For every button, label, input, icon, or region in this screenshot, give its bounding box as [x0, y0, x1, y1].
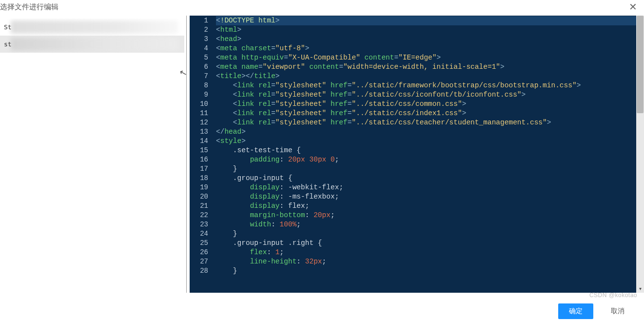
vertical-scrollbar[interactable]: ▾ [636, 16, 644, 293]
ok-button[interactable]: 确定 [558, 303, 593, 319]
file-name-prefix: st [4, 40, 12, 48]
dialog-title: 选择文件进行编辑 [0, 2, 59, 12]
vertical-splitter[interactable] [186, 16, 187, 293]
scrollbar-thumb[interactable] [637, 16, 644, 113]
file-name-prefix: St [4, 23, 12, 31]
code-content[interactable]: <!DOCTYPE html><html><head><meta charset… [213, 16, 644, 293]
line-number-gutter: 1234567891011121314151617181920212223242… [190, 16, 213, 293]
file-list-item[interactable]: st [0, 36, 184, 53]
file-name-redacted [11, 38, 178, 51]
file-name-redacted [11, 20, 178, 34]
cancel-button[interactable]: 取消 [600, 303, 635, 319]
scroll-down-arrow[interactable]: ▾ [636, 285, 644, 293]
close-icon[interactable]: ✕ [626, 1, 640, 13]
file-list-item[interactable]: St [0, 19, 184, 36]
dialog-footer: 确定 取消 [558, 303, 635, 319]
file-list-sidebar: St st [0, 16, 186, 293]
watermark-text: CSDN @kokotao [589, 292, 637, 299]
code-editor[interactable]: 1234567891011121314151617181920212223242… [190, 16, 644, 293]
dialog-header: 选择文件进行编辑 ✕ [0, 0, 644, 16]
